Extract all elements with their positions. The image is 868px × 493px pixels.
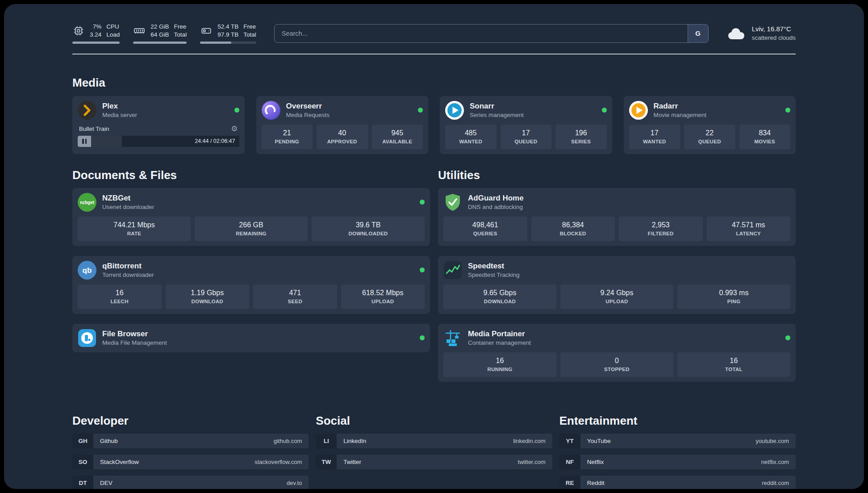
- status-dot: [234, 108, 239, 113]
- app-card-portainer[interactable]: Media Portainer Container management 16 …: [438, 324, 796, 382]
- stat-ping: 0.993 ms PING: [677, 284, 790, 309]
- app-card-qbittorrent[interactable]: qb qBittorrent Torrent downloader: [72, 256, 430, 314]
- bookmark-domain: reddit.com: [762, 480, 789, 486]
- app-card-radarr[interactable]: Radarr Movie management 17 WANTED 22 QUE…: [624, 96, 796, 154]
- bookmark-domain: netflix.com: [761, 459, 789, 465]
- topbar-divider: [72, 54, 796, 54]
- app-subtitle: Movie management: [654, 112, 707, 118]
- weather-condition: scattered clouds: [752, 34, 796, 42]
- app-name: Plex: [102, 102, 137, 111]
- stat-upload: 618.52 Mbps UPLOAD: [341, 284, 425, 309]
- bookmark-domain: github.com: [274, 438, 302, 444]
- bookmark-twitter[interactable]: TW Twitter twitter.com: [316, 455, 552, 469]
- app-card-adguard[interactable]: AdGuard Home DNS and adblocking 498,461 …: [438, 188, 796, 246]
- bookmark-reddit[interactable]: RE Reddit reddit.com: [559, 476, 796, 489]
- utilities-column: Utilities AdGuard Home: [438, 168, 796, 382]
- cpu-percent: 7%: [93, 23, 102, 31]
- pause-button[interactable]: [78, 136, 91, 147]
- bookmark-linkedin[interactable]: LI LinkedIn linkedin.com: [316, 434, 552, 448]
- bookmark-abbr: LI: [316, 434, 337, 448]
- status-dot: [785, 108, 790, 113]
- stat-total: 16 TOTAL: [677, 352, 790, 377]
- settings-icon[interactable]: ⚙: [231, 125, 238, 133]
- stat-running: 16 RUNNING: [443, 352, 556, 377]
- bookmarks-entertainment: Entertainment YT YouTube youtube.com NF …: [559, 414, 796, 489]
- search-bar: G: [274, 24, 709, 43]
- stat-download: 9.65 Gbps DOWNLOAD: [443, 284, 556, 309]
- app-card-plex[interactable]: Plex Media server Bullet Train ⚙ 24:44 /…: [72, 96, 245, 154]
- bookmark-domain: linkedin.com: [513, 438, 545, 444]
- svg-text:qb: qb: [83, 266, 92, 275]
- section-title-developer: Developer: [72, 414, 309, 428]
- app-card-filebrowser[interactable]: File Browser Media File Management: [72, 324, 430, 352]
- bookmark-netflix[interactable]: NF Netflix netflix.com: [559, 455, 796, 469]
- weather-location: Lviv, 16.87°C: [752, 25, 796, 33]
- bookmark-name: LinkedIn: [343, 438, 366, 444]
- bookmark-github[interactable]: GH Github github.com: [72, 434, 309, 448]
- app-name: Media Portainer: [468, 330, 531, 338]
- memory-label-bottom: Total: [174, 31, 187, 39]
- bookmark-name: Github: [100, 438, 118, 444]
- app-card-speedtest[interactable]: Speedtest Speedtest Tracking 9.65 Gbps D…: [438, 256, 796, 314]
- bookmark-abbr: GH: [72, 434, 93, 448]
- stat-downloaded: 39.6 TB DOWNLOADED: [312, 217, 425, 241]
- bookmark-domain: dev.to: [287, 480, 302, 486]
- bookmark-stackoverflow[interactable]: SO StackOverflow stackoverflow.com: [72, 455, 309, 469]
- bookmark-name: StackOverflow: [100, 459, 139, 465]
- bookmark-abbr: RE: [559, 476, 580, 489]
- stat-pending: 21 PENDING: [262, 125, 313, 149]
- bookmark-dev[interactable]: DT DEV dev.to: [72, 476, 309, 489]
- app-card-nzbget[interactable]: nzbget NZBGet Usenet downloader 74: [72, 188, 430, 246]
- filebrowser-icon: [78, 329, 96, 347]
- bookmarks-social: Social LI LinkedIn linkedin.com TW Twitt…: [316, 414, 552, 489]
- memory-label-top: Free: [174, 23, 187, 31]
- bookmark-name: Netflix: [587, 459, 604, 465]
- app-subtitle: Media Requests: [286, 112, 330, 118]
- stat-blocked: 86,384 BLOCKED: [531, 217, 615, 241]
- status-dot: [420, 267, 425, 272]
- status-dot: [785, 335, 790, 340]
- search-input[interactable]: [275, 25, 688, 42]
- dashboard-panel: 7% 3.24 CPU Load: [4, 4, 864, 489]
- app-name: Overseerr: [286, 102, 330, 111]
- stat-seed: 471 SEED: [253, 284, 337, 309]
- stat-filtered: 2,953 FILTERED: [619, 217, 703, 241]
- app-card-sonarr[interactable]: Sonarr Series management 485 WANTED 17 Q…: [440, 96, 612, 154]
- qbittorrent-icon: qb: [78, 261, 96, 280]
- status-dot: [418, 108, 423, 113]
- app-card-overseerr[interactable]: Overseerr Media Requests 21 PENDING 40 A…: [256, 96, 429, 154]
- media-grid: Plex Media server Bullet Train ⚙ 24:44 /…: [72, 96, 796, 154]
- memory-total: 64 GiB: [150, 31, 169, 39]
- search-engine-button[interactable]: G: [688, 25, 708, 42]
- stat-wanted: 485 WANTED: [445, 125, 497, 149]
- section-title-media: Media: [72, 76, 796, 90]
- app-subtitle: Media server: [102, 112, 137, 118]
- portainer-icon: [443, 329, 462, 347]
- stat-movies: 834 MOVIES: [739, 125, 791, 149]
- section-title-entertainment: Entertainment: [559, 414, 796, 428]
- status-dot: [602, 108, 607, 113]
- radarr-icon: [629, 101, 648, 120]
- app-subtitle: DNS and adblocking: [468, 204, 524, 210]
- cpu-loadavg: 3.24: [90, 31, 101, 39]
- section-title-documents: Documents & Files: [72, 168, 430, 182]
- app-subtitle: Media File Management: [102, 339, 167, 346]
- overseerr-icon: [262, 101, 280, 120]
- app-name: Radarr: [654, 102, 707, 111]
- player-progress-bar[interactable]: 24:44 / 02:06:47: [78, 136, 239, 147]
- app-subtitle: Series management: [470, 112, 524, 118]
- playback-time: 24:44 / 02:06:47: [195, 138, 235, 144]
- stat-approved: 40 APPROVED: [317, 125, 368, 149]
- nzbget-icon: nzbget: [78, 193, 96, 212]
- cpu-label-bottom: Load: [106, 31, 120, 39]
- bookmark-youtube[interactable]: YT YouTube youtube.com: [559, 434, 796, 448]
- cpu-usage-bar: [72, 42, 120, 44]
- plex-icon: [78, 101, 96, 120]
- bookmark-domain: youtube.com: [756, 438, 789, 444]
- memory-free: 22 GiB: [150, 23, 169, 31]
- disk-total: 97.9 TB: [217, 31, 238, 39]
- stat-upload: 9.24 Gbps UPLOAD: [560, 284, 673, 309]
- adguard-icon: [443, 193, 462, 212]
- cloud-icon: [726, 26, 746, 41]
- cpu-icon: [72, 25, 85, 37]
